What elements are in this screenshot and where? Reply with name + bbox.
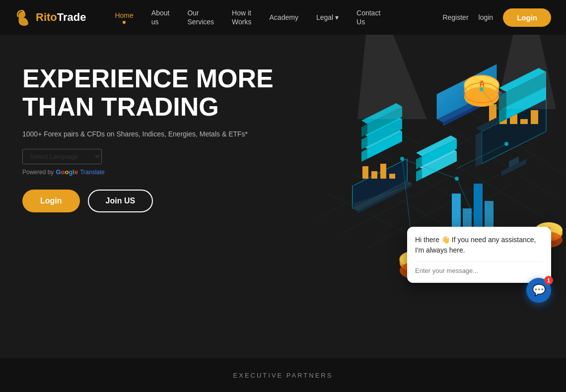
nav-right: Register login Login — [442, 8, 551, 27]
svg-rect-24 — [520, 119, 528, 124]
logo[interactable]: RitoTrade — [15, 8, 86, 27]
svg-rect-15 — [380, 164, 386, 179]
hero-buttons: Login Join US — [22, 190, 274, 212]
nav-login-button[interactable]: Login — [503, 8, 551, 27]
nav-login-text[interactable]: login — [479, 13, 494, 21]
hero-title: EXPERIENCE MORE THAN TRADING — [22, 65, 274, 121]
hero-login-button[interactable]: Login — [22, 190, 80, 212]
hero-join-button[interactable]: Join US — [88, 190, 153, 212]
translate-text: Translate — [80, 169, 105, 176]
nav-item-services[interactable]: OurServices — [178, 8, 223, 26]
logo-trade: Trade — [57, 11, 86, 23]
language-selector[interactable]: Select Language English Spanish French A… — [22, 149, 274, 164]
nav-item-academy[interactable]: Academy — [261, 13, 307, 22]
chat-badge: 1 — [544, 276, 553, 285]
nav-item-about[interactable]: Aboutus — [142, 8, 179, 26]
svg-rect-16 — [389, 174, 395, 179]
navbar: RitoTrade Home Aboutus OurServices How i… — [0, 0, 566, 35]
nav-item-home[interactable]: Home — [106, 11, 142, 24]
hero-subtitle: 1000+ Forex pairs & CFDs on Shares, Indi… — [22, 130, 274, 138]
svg-marker-90 — [496, 35, 556, 109]
chat-input[interactable] — [415, 261, 543, 274]
language-select[interactable]: Select Language English Spanish French A… — [22, 149, 102, 164]
svg-point-86 — [504, 142, 508, 146]
hero-content: EXPERIENCE MORE THAN TRADING 1000+ Forex… — [22, 65, 274, 212]
nav-item-legal[interactable]: Legal ▾ — [307, 13, 348, 22]
chat-message: Hi there 👋 If you need any assistance, I… — [415, 235, 543, 256]
svg-marker-26 — [476, 131, 482, 167]
svg-marker-89 — [357, 35, 427, 119]
svg-point-85 — [455, 177, 459, 181]
nav-item-contact[interactable]: ContactUs — [348, 8, 389, 26]
svg-marker-31 — [361, 149, 367, 162]
nav-item-how[interactable]: How itWorks — [223, 8, 260, 26]
svg-point-84 — [400, 157, 404, 161]
register-link[interactable]: Register — [442, 13, 468, 21]
svg-rect-25 — [531, 110, 538, 124]
logo-rito: Rito — [36, 11, 57, 23]
partners-title: EXECUTIVE PARTNERS — [233, 372, 333, 379]
hero-section: EXPERIENCE MORE THAN TRADING 1000+ Forex… — [0, 35, 566, 323]
chat-icon: 💬 — [532, 284, 546, 297]
chat-widget: Hi there 👋 If you need any assistance, I… — [407, 227, 551, 283]
nav-links: Home Aboutus OurServices How itWorks Aca… — [106, 8, 442, 26]
chat-bubble-button[interactable]: 💬 1 — [526, 278, 551, 303]
partners-section: EXECUTIVE PARTNERS — [0, 358, 566, 392]
google-logo: Google — [56, 168, 78, 176]
svg-rect-13 — [362, 166, 368, 179]
svg-marker-40 — [416, 169, 422, 182]
svg-point-87 — [480, 87, 484, 91]
svg-rect-14 — [371, 171, 377, 179]
powered-by: Powered by Google Translate — [22, 168, 274, 176]
